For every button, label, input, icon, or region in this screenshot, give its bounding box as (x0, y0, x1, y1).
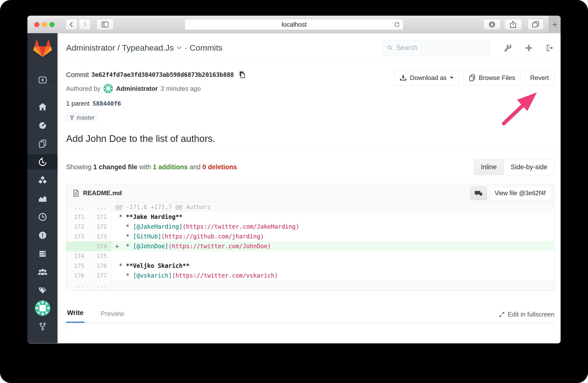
close-window-button[interactable] (34, 22, 40, 27)
cubes-icon (38, 175, 47, 185)
new-line-number[interactable]: 172 (89, 222, 111, 232)
refresh-button[interactable] (393, 21, 401, 28)
new-line-number[interactable]: 173 (89, 232, 111, 241)
sidebar-item-milestones[interactable] (27, 209, 58, 225)
clock-icon (38, 212, 47, 222)
inline-toggle[interactable]: Inline (474, 159, 504, 175)
share-button[interactable] (504, 19, 522, 30)
old-line-number[interactable] (66, 241, 89, 251)
commit-time: 2 minutes ago (161, 85, 201, 93)
new-line-number[interactable]: 176 (89, 261, 111, 271)
comment-form-tabs: Write Preview Edit in fullscreen (66, 306, 554, 323)
refresh-icon (393, 21, 401, 28)
sign-out-button[interactable] (546, 43, 554, 52)
old-line-number[interactable]: 174 (66, 251, 89, 261)
comment-textarea[interactable] (66, 323, 554, 330)
sidebar-item-projects[interactable] (27, 99, 58, 115)
tab-overview-button[interactable] (527, 19, 544, 30)
project-title[interactable]: Administrator / Typeahead.Js (66, 43, 174, 53)
sidebar-item-profile[interactable] (27, 299, 58, 317)
branch-badge[interactable]: master (66, 113, 98, 123)
diff-code-line (111, 281, 554, 290)
sidebar-item-activity[interactable] (27, 118, 58, 133)
revert-button[interactable]: Revert (524, 70, 554, 86)
diff-row: 173173 * [GitHub](https://github.com/jha… (66, 232, 554, 241)
diff-code-line: * **Jake Harding** (111, 212, 554, 222)
new-project-button[interactable] (525, 44, 533, 52)
author-avatar[interactable] (103, 84, 113, 94)
new-line-number[interactable]: 171 (89, 212, 111, 222)
downloads-button[interactable] (483, 19, 501, 30)
old-line-number[interactable]: 171 (66, 212, 89, 222)
tab-preview[interactable]: Preview (100, 307, 125, 323)
history-icon (38, 157, 47, 167)
new-line-number[interactable]: ... (89, 202, 111, 212)
admin-area-button[interactable] (503, 43, 512, 52)
view-file-button[interactable]: View file @3e62f4f (490, 186, 551, 200)
home-icon (38, 102, 47, 112)
side-by-side-toggle[interactable]: Side-by-side (504, 159, 554, 175)
sidebar-item-builds[interactable] (27, 173, 58, 188)
address-bar[interactable]: localhost (185, 19, 403, 30)
new-tab-button[interactable]: + (549, 16, 561, 33)
exclamation-circle-icon (38, 231, 47, 240)
gitlab-tanuki-icon (33, 39, 52, 57)
commit-label: Commit (66, 70, 89, 80)
sidebar-item-labels[interactable] (27, 283, 58, 298)
avatar-identicon-icon (35, 300, 51, 316)
edit-in-fullscreen-link[interactable]: Edit in fullscreen (498, 311, 554, 323)
download-circle-icon (488, 20, 496, 29)
old-line-number[interactable]: 175 (66, 261, 89, 271)
author-name[interactable]: Administrator (116, 85, 158, 93)
old-line-number[interactable]: 173 (66, 232, 89, 241)
tab-write[interactable]: Write (66, 306, 84, 323)
sidebar-toggle-button[interactable] (96, 19, 114, 30)
forward-button[interactable] (79, 19, 91, 30)
new-line-number[interactable]: 174 (89, 241, 111, 251)
copy-to-clipboard-icon[interactable] (238, 71, 246, 79)
browse-files-button[interactable]: Browse Files (463, 70, 521, 86)
diff-code-line: * **Veljko Skarich** (111, 261, 554, 271)
toggle-comments-button[interactable] (470, 186, 487, 200)
sidebar-item-fork[interactable] (27, 319, 58, 334)
dashboard-gauge-icon (38, 121, 47, 130)
sidebar-item-merge-requests[interactable] (27, 246, 58, 261)
old-line-number[interactable]: 176 (66, 271, 89, 281)
diff-code-line: @@ -171,6 +171,7 @@ Authors (111, 202, 554, 212)
new-line-number[interactable]: ... (89, 281, 111, 290)
address-bar-url: localhost (281, 21, 307, 28)
back-button[interactable] (66, 19, 77, 30)
sidebar-item-files[interactable] (27, 136, 58, 151)
old-line-number[interactable]: ... (66, 281, 89, 290)
chevron-down-icon[interactable] (177, 46, 182, 50)
browser-toolbar: localhost + (27, 16, 561, 33)
sidebar-item-commits[interactable] (27, 154, 58, 170)
diff-card: README.md View file @3e62f4f ......@@ -1… (66, 184, 554, 290)
download-icon (399, 74, 407, 81)
file-text-icon (72, 189, 80, 197)
diff-row: 176177 * [@vskarich](https://twitter.com… (66, 271, 554, 281)
old-line-number[interactable]: 172 (66, 222, 89, 232)
sidebar-item-issues[interactable] (27, 228, 58, 243)
commit-page: Commit 3e62f4fd7ae3fd384073ab598d6873b20… (58, 63, 561, 343)
sidebar-item-members[interactable] (27, 264, 58, 280)
changed-files-count: 1 changed file (93, 163, 137, 171)
old-line-number[interactable]: ... (66, 202, 89, 212)
search-input[interactable] (396, 44, 486, 52)
download-as-button[interactable]: Download as (394, 70, 459, 86)
diff-row: ...... (66, 281, 554, 290)
search-box[interactable] (382, 41, 490, 55)
minimize-window-button[interactable] (42, 22, 47, 27)
gitlab-logo[interactable] (27, 33, 58, 63)
sidebar-collapse-button[interactable] (27, 72, 58, 88)
sign-out-icon (546, 43, 554, 52)
sidebar-item-graphs[interactable] (27, 191, 58, 206)
zoom-window-button[interactable] (49, 22, 55, 27)
new-line-number[interactable]: 175 (89, 251, 111, 261)
parent-sha-link[interactable]: 588440f6 (92, 100, 121, 107)
diff-file-name[interactable]: README.md (83, 189, 122, 197)
new-line-number[interactable]: 177 (89, 271, 111, 281)
diff-row: 174+ * [@JohnDoe](https://twitter.com/Jo… (66, 241, 554, 251)
browse-files-label: Browse Files (479, 74, 515, 82)
comments-icon (474, 190, 483, 197)
